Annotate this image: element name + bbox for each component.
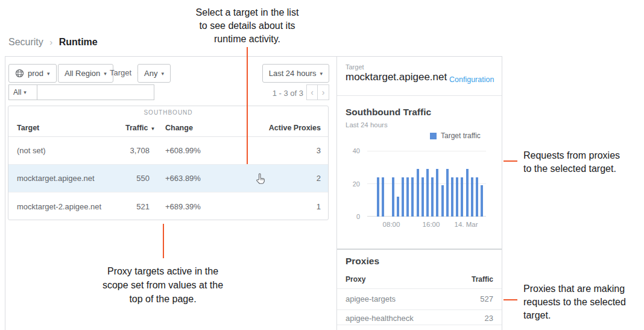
cell-traffic: 521 xyxy=(125,202,150,211)
divider xyxy=(337,325,502,325)
chart-bar xyxy=(411,177,414,217)
annotation-select-target: Select a target in the list to see detai… xyxy=(178,6,317,46)
y-tick: 40 xyxy=(342,147,360,154)
target-value-dropdown[interactable]: Any ▾ xyxy=(137,64,171,83)
time-range-value: Last 24 hours xyxy=(269,69,317,78)
chart-bar xyxy=(402,177,404,217)
breadcrumb: Security › Runtime xyxy=(8,37,98,48)
cell-active-proxies: 1 xyxy=(238,202,321,211)
proxy-row[interactable]: apigee-healthcheck 23 xyxy=(346,314,493,323)
previous-page-button[interactable]: ‹ xyxy=(306,84,318,100)
divider xyxy=(337,309,502,310)
divider xyxy=(337,288,502,289)
cell-target: mocktarget-2.apigee.net xyxy=(17,202,125,211)
content-left-border xyxy=(5,56,5,330)
chart-subtitle: Last 24 hours xyxy=(346,121,388,129)
pagination-controls: ‹ › xyxy=(306,84,329,100)
column-header-active-proxies[interactable]: Active Proxies xyxy=(238,124,321,132)
chevron-left-icon: ‹ xyxy=(311,87,314,97)
caret-down-icon: ▾ xyxy=(104,71,107,77)
target-detail-panel: Target mocktarget.apigee.net Configurati… xyxy=(336,57,502,330)
table-header-row: Target Traffic▼ Change Active Proxies xyxy=(8,119,328,137)
divider xyxy=(337,95,502,96)
cell-traffic: 550 xyxy=(125,174,150,183)
caret-down-icon: ▾ xyxy=(24,89,27,95)
hand-cursor-icon xyxy=(254,173,267,185)
chart-bar xyxy=(382,177,384,217)
column-header-traffic: Traffic xyxy=(472,275,493,284)
cell-change: +608.99% xyxy=(150,146,238,155)
chart-bar xyxy=(426,169,429,217)
proxies-header-row: Proxy Traffic xyxy=(346,275,493,284)
chart-bar xyxy=(417,169,419,217)
chart-bar xyxy=(456,177,458,217)
proxy-row[interactable]: apigee-targets 527 xyxy=(346,294,493,303)
caret-down-icon: ▾ xyxy=(320,71,323,77)
search-input[interactable] xyxy=(37,84,154,100)
cell-target: (not set) xyxy=(17,146,125,155)
chart-bar xyxy=(436,169,438,217)
security-runtime-page: Select a target in the list to see detai… xyxy=(0,0,644,330)
region-dropdown[interactable]: All Region ▾ xyxy=(58,64,113,83)
chevron-right-icon: › xyxy=(322,87,325,97)
chart-bar xyxy=(441,185,444,217)
gridline xyxy=(367,151,486,151)
cell-active-proxies: 3 xyxy=(238,146,321,155)
cell-change: +663.89% xyxy=(150,174,238,183)
breadcrumb-runtime: Runtime xyxy=(59,37,98,47)
annotation-proxy-targets: Proxy targets active in the scope set fr… xyxy=(72,264,253,306)
target-name: mocktarget.apigee.net xyxy=(346,71,447,83)
y-tick: 20 xyxy=(342,180,360,188)
chart-title: Southbound Traffic xyxy=(346,107,431,118)
chart-bar xyxy=(446,169,449,217)
breadcrumb-security[interactable]: Security xyxy=(8,37,43,47)
chart-bar xyxy=(471,177,473,217)
caret-down-icon: ▾ xyxy=(161,71,164,77)
table-group-header: SOUTHBOUND xyxy=(8,106,328,119)
cell-change: +689.39% xyxy=(150,202,238,211)
chart-bar xyxy=(461,177,463,217)
column-header-target[interactable]: Target xyxy=(17,124,125,132)
column-header-proxy: Proxy xyxy=(346,275,365,284)
column-header-traffic[interactable]: Traffic▼ xyxy=(125,124,150,132)
annotation-requests: Requests from proxies to the selected ta… xyxy=(523,149,644,176)
y-tick: 0 xyxy=(342,213,360,220)
chart-bar xyxy=(431,177,434,217)
annotation-line-bottom xyxy=(163,224,164,258)
legend-swatch-icon xyxy=(430,133,437,139)
legend-label: Target traffic xyxy=(441,132,481,140)
annotation-line-top xyxy=(247,47,248,164)
scope-dropdown[interactable]: All ▾ xyxy=(8,84,37,100)
target-type-label: Target xyxy=(110,68,131,77)
pagination-range: 1 - 3 of 3 xyxy=(273,89,303,98)
globe-icon xyxy=(15,69,24,78)
chart-bar xyxy=(476,177,478,217)
annotation-line-chart xyxy=(504,160,517,162)
table-row[interactable]: mocktarget.apigee.net 550 +663.89% 2 xyxy=(8,165,328,192)
cell-traffic: 3,708 xyxy=(125,146,150,155)
environment-dropdown[interactable]: prod ▾ xyxy=(8,64,57,83)
annotation-proxies: Proxies that are making requests to the … xyxy=(523,282,644,322)
environment-value: prod xyxy=(28,69,43,78)
target-label: Target xyxy=(346,63,364,71)
chart-bar xyxy=(421,177,424,217)
targets-table: SOUTHBOUND Target Traffic▼ Change Active… xyxy=(8,106,329,220)
cell-active-proxies: 2 xyxy=(238,174,321,183)
chart-bar xyxy=(481,185,483,217)
chart-bar xyxy=(392,177,394,217)
target-type-dropdown[interactable]: Target ▾ xyxy=(110,68,140,77)
time-range-dropdown[interactable]: Last 24 hours ▾ xyxy=(262,64,329,83)
cell-traffic: 527 xyxy=(480,294,493,303)
table-row[interactable]: (not set) 3,708 +608.99% 3 xyxy=(8,137,328,165)
x-tick: 14. Mar xyxy=(455,221,478,228)
annotation-line-proxies xyxy=(504,299,517,300)
chart-bar xyxy=(406,177,409,217)
chart-bar xyxy=(397,197,399,217)
region-value: All Region xyxy=(65,69,100,78)
target-value: Any xyxy=(144,69,157,78)
configuration-link[interactable]: Configuration xyxy=(449,75,494,84)
column-header-change[interactable]: Change xyxy=(150,124,238,132)
chart-legend: Target traffic xyxy=(430,132,481,140)
next-page-button[interactable]: › xyxy=(318,84,329,100)
table-row[interactable]: mocktarget-2.apigee.net 521 +689.39% 1 xyxy=(8,192,328,220)
